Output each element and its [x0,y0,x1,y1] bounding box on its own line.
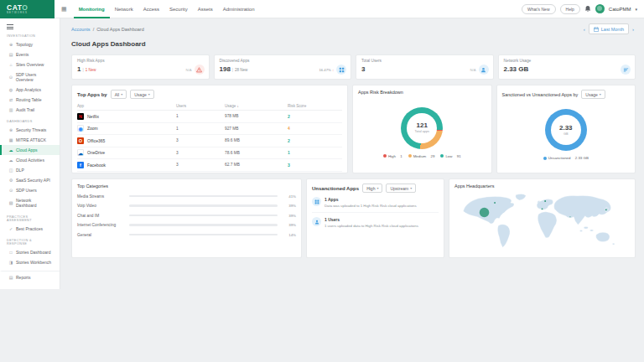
user-name[interactable]: CatoPMM [609,7,631,12]
nav-assets[interactable]: Assets [193,0,218,18]
calendar-icon [594,27,599,32]
unsanctioned-filter-risk[interactable]: High▾ [362,184,382,193]
whats-new-button[interactable]: What's New [522,4,556,14]
sidebar-item-cloud-apps[interactable]: ☁Cloud Apps [0,145,60,155]
sidebar-item-sdp-users-overview[interactable]: ⊙SDP Users Overview [0,70,60,85]
sidebar-section-dashboards: DASHBOARDS [7,120,53,123]
sanctioned-vs-unsanctioned-card: Sanctioned vs Unsanctioned Apps by Usage… [496,85,636,173]
dlp-icon: ◫ [8,168,13,173]
help-button[interactable]: Help [560,4,580,14]
unsanctioned-users-item: 1 Users 1 users uploaded data to High Ri… [312,213,439,232]
stat-card-network-usage[interactable]: Network Usage 2.33 GB [498,54,636,80]
alert-triangle-icon [195,65,205,75]
top-categories-title: Top Categories [77,184,296,189]
reports-icon: ▤ [8,275,13,280]
date-prev-chevron-icon[interactable]: ‹ [582,26,587,33]
nav-administration[interactable]: Administration [218,0,260,18]
chevron-down-icon: ▾ [377,186,378,190]
chevron-down-icon: ▾ [410,186,412,190]
sidebar-item-routing-table[interactable]: ⇄Routing Table [0,95,60,105]
saas-api-icon: ⚙ [8,178,13,183]
sidebar-item-app-analytics[interactable]: ◍App Analytics [0,85,60,95]
stat-card-total-users[interactable]: Total Users 3 N/A [356,54,494,80]
logo-text: CATO [7,4,28,11]
nav-network[interactable]: Network [110,0,138,18]
sort-desc-icon: ↓ [237,104,239,108]
usage-column-header[interactable]: Usage ↓ [225,102,288,110]
date-next-chevron-icon[interactable]: › [631,26,636,33]
legend-dot-low [440,154,444,158]
topology-icon: ⊕ [8,42,13,47]
discovered-trend: 16.47% ↑ [319,68,334,72]
world-map [454,191,630,253]
threats-icon: ⊗ [8,127,13,132]
table-row-facebook[interactable]: fFacebook 3 62.7 MB 3 [77,159,342,172]
category-row: Media Streams 41% [77,194,296,199]
table-row-netflix[interactable]: NNetflix 1 978 MB 2 [77,111,342,123]
collapse-menu-icon[interactable] [7,24,13,29]
onedrive-logo-icon: ☁ [77,149,84,156]
sanctioned-legend: Unsanctioned 2.33 GB [543,156,589,160]
sidebar-item-events[interactable]: ▤Events [0,49,60,59]
logo-subtext: NETWORKS [7,11,28,14]
notifications-bell-icon[interactable] [584,5,591,13]
stat-card-discovered-apps[interactable]: Discovered Apps 198 | 28 New 16.47% ↑ [214,54,352,80]
chevron-down-icon: ▾ [121,92,122,96]
table-row-onedrive[interactable]: ☁OneDrive 3 78.6 MB 1 [77,147,342,160]
user-menu-chevron-down-icon[interactable]: ▾ [635,7,637,12]
stat-card-high-risk-apps[interactable]: High Risk Apps 1 | 1 New N/A [71,54,210,80]
legend-dot-medium [408,154,412,158]
sidebar-item-network-dashboard[interactable]: ▧Network Dashboard [0,195,60,210]
nav-security[interactable]: Security [164,0,193,18]
sidebar-item-topology[interactable]: ⊕Topology [0,39,60,49]
total-users-value: 3 [361,65,365,73]
date-range-label: Last Month [601,27,624,32]
map-marker-france [542,208,543,209]
nav-access[interactable]: Access [138,0,164,18]
network-usage-value: 2.33 GB [504,65,529,73]
sanctioned-filter-usage[interactable]: Usage▾ [581,90,605,99]
unsanctioned-title: Unsanctioned Apps [312,186,359,191]
date-range-button[interactable]: Last Month [589,23,629,34]
sidebar-item-mitre-attack[interactable]: ▦MITRE ATT&CK [0,135,60,145]
user-avatar[interactable] [595,4,605,13]
row-3: Top Categories Media Streams 41% Voip Vi… [71,178,636,258]
header-actions: What's New Help CatoPMM ▾ [522,4,644,14]
sidebar-item-stories-dashboard[interactable]: □Stories Dashboard [0,247,60,257]
sidebar-item-sdp-users[interactable]: ⊙SDP Users [0,185,60,195]
discovered-apps-value: 198 [220,65,231,73]
legend-dot-high [383,154,387,158]
apps-headquarters-card: Apps Headquarters [449,178,636,258]
sidebar-item-cloud-activities[interactable]: ☁Cloud Activities [0,155,60,165]
sidebar-item-audit-trail[interactable]: ▥Audit Trail [0,105,60,115]
app-grid-icon[interactable]: ▦ [61,6,67,12]
main-nav: Monitoring Network Access Security Asset… [74,0,260,18]
sidebar-item-stories-workbench[interactable]: ◨Stories Workbench [0,257,60,267]
sanctioned-title: Sanctioned vs Unsanctioned Apps by [502,92,579,97]
table-row-office365[interactable]: OOffice365 3 89.6 MB 2 [77,135,342,147]
mitre-icon: ▦ [8,137,13,142]
sidebar-item-sites-overview[interactable]: ⌂Sites Overview [0,59,60,70]
top-apps-filter-usage[interactable]: Usage▾ [130,90,153,99]
risk-score: 2 [288,138,342,143]
user-icon [479,65,489,75]
sidebar-item-saas-security-api[interactable]: ⚙SaaS Security API [0,175,60,185]
category-row: General 14% [77,233,296,237]
sidebar-item-best-practices[interactable]: ✓Best Practices [0,224,60,234]
risk-legend: High 1 Medium 29 Low 91 [383,154,461,158]
apps-grid-icon [312,197,321,206]
table-row-zoom[interactable]: ◉Zoom 1 927 MB 4 [77,123,342,136]
chevron-down-icon: ▾ [148,92,150,96]
unsanctioned-filter-direction[interactable]: Upstream▾ [386,184,416,193]
map-marker-usa [480,208,489,217]
nav-monitoring[interactable]: Monitoring [74,0,110,18]
sidebar-item-security-threats[interactable]: ⊗Security Threats [0,125,60,135]
top-apps-card: Top Apps by All▾ Usage▾ App Users Usage … [71,85,348,173]
category-bar [129,224,278,226]
cato-logo[interactable]: CATO NETWORKS [0,0,55,18]
top-apps-title: Top Apps by [77,92,107,97]
breadcrumb-accounts-link[interactable]: Accounts [71,27,91,32]
sidebar-item-dlp[interactable]: ◫DLP [0,165,60,175]
top-apps-filter-all[interactable]: All▾ [111,90,127,99]
sidebar-item-reports[interactable]: ▤Reports [0,271,60,282]
